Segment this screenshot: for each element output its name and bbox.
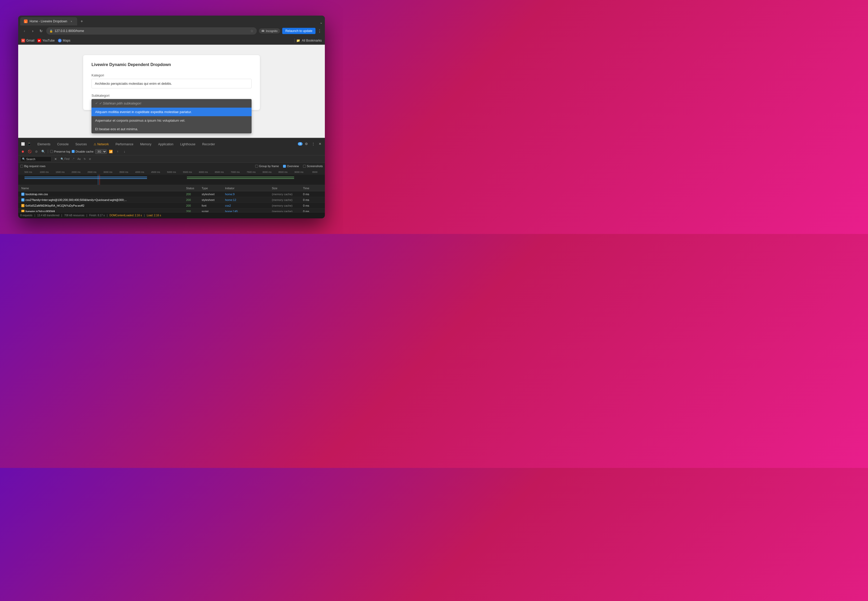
maps-label: Maps	[63, 39, 70, 43]
devtools-inspect-button[interactable]: ⬜	[20, 142, 26, 146]
table-row[interactable]: F 6xKtdSZaM9iE8KbpRA_hK1QNYuDyPw.woff2 2…	[18, 203, 325, 209]
overview-checkbox[interactable]	[283, 165, 286, 168]
dropdown-item-2[interactable]: Et beatae eos et aut minima.	[91, 125, 251, 133]
tab-console[interactable]: Console	[54, 141, 72, 148]
relaunch-button[interactable]: Relaunch to update	[282, 28, 315, 34]
group-by-frame-label[interactable]: Group by frame	[255, 165, 279, 168]
col-initiator[interactable]: Initiator	[224, 187, 271, 190]
bookmark-star-button[interactable]: ☆	[250, 29, 254, 33]
row-name: bootstrap.min.css	[26, 193, 48, 196]
find-case-button[interactable]: Aa	[77, 157, 81, 161]
col-name[interactable]: Name	[20, 187, 185, 190]
tab-application[interactable]: Application	[155, 141, 177, 148]
transferred-size: 13.4 kB transferred	[37, 214, 59, 217]
sep2: |	[61, 214, 62, 217]
throttle-select[interactable]: 3G	[95, 149, 107, 154]
find-regex-button[interactable]: .*	[72, 157, 75, 161]
tab-network[interactable]: ⚠ Network	[90, 141, 112, 148]
big-request-rows-label[interactable]: Big request rows	[20, 165, 46, 168]
tab-bar: 🔥 Home - Livewire Dropdown × + ⌄	[18, 15, 325, 26]
clear-button[interactable]: 🚫	[27, 149, 32, 154]
record-button[interactable]: ⏺	[20, 149, 26, 154]
row-initiator[interactable]: css2	[224, 204, 271, 207]
timeline-bar-green	[187, 177, 294, 177]
big-request-rows-checkbox[interactable]	[20, 165, 23, 168]
devtools-more-button[interactable]: ⋮	[310, 141, 316, 146]
bookmarks-right: 📁 All Bookmarks	[294, 38, 322, 43]
incognito-button[interactable]: 🕶 Incognito	[259, 28, 280, 34]
group-by-frame-checkbox[interactable]	[255, 165, 258, 168]
marker-500: 500 ms	[20, 171, 36, 173]
marker-5500: 5500 ms	[180, 171, 195, 173]
tab-memory[interactable]: Memory	[137, 141, 154, 148]
screenshots-checkbox[interactable]	[303, 165, 306, 168]
preserve-log-label[interactable]: Preserve log	[50, 150, 70, 153]
bookmark-gmail[interactable]: M Gmail	[21, 39, 34, 43]
tab-performance[interactable]: Performance	[112, 141, 136, 148]
dropdown-placeholder[interactable]: ✓ Silahkan pilih subkategori	[91, 99, 251, 108]
new-tab-button[interactable]: +	[78, 18, 85, 25]
all-bookmarks-label[interactable]: All Bookmarks	[302, 39, 322, 43]
find-reload-button[interactable]: ↻	[83, 157, 87, 161]
reload-button[interactable]: ↻	[38, 28, 44, 34]
search-close-button[interactable]: ✕	[53, 157, 58, 162]
row-status: 200	[185, 210, 201, 212]
disable-cache-label[interactable]: Disable cache	[72, 150, 94, 153]
row-initiator[interactable]: home:9	[224, 193, 271, 196]
col-type[interactable]: Type	[201, 187, 224, 190]
active-tab[interactable]: 🔥 Home - Livewire Dropdown ×	[20, 17, 77, 26]
dropdown-item-1[interactable]: Aspernatur et corporis possimus a ipsum …	[91, 116, 251, 125]
table-row[interactable]: C css2?family=Inter:wght@100;200;300;400…	[18, 197, 325, 203]
requests-count: 8 requests	[20, 214, 32, 217]
filter-button[interactable]: ⊘	[34, 149, 39, 154]
url-text: 127.0.0.1:8000/home	[55, 29, 249, 33]
screenshots-label[interactable]: Screenshots	[303, 165, 323, 168]
marker-3500: 3500 ms	[116, 171, 132, 173]
tab-sources[interactable]: Sources	[72, 141, 90, 148]
devtools-settings-button[interactable]: ⚙	[303, 141, 309, 146]
tab-lighthouse[interactable]: Lighthouse	[177, 141, 198, 148]
search-network-button[interactable]: 🔍	[41, 149, 46, 154]
tab-elements[interactable]: Elements	[34, 141, 53, 148]
find-clear-button[interactable]: ⊘	[88, 157, 92, 161]
col-size[interactable]: Size	[271, 187, 302, 190]
upload-button[interactable]: ↑	[115, 149, 120, 154]
dropdown-menu[interactable]: ✓ Silahkan pilih subkategori Aliquam mol…	[91, 99, 251, 133]
col-time[interactable]: Time	[302, 187, 323, 190]
col-status[interactable]: Status	[185, 187, 201, 190]
forward-button[interactable]: ›	[30, 28, 36, 34]
url-bar[interactable]: 🔒 127.0.0.1:8000/home ☆	[46, 27, 257, 35]
tab-favicon: 🔥	[24, 20, 27, 23]
tab-collapse-button[interactable]: ⌄	[320, 20, 323, 24]
gmail-favicon: M	[21, 39, 25, 43]
devtools-device-button[interactable]: 📱	[26, 142, 32, 146]
browser-menu-button[interactable]: ⋮	[318, 29, 322, 34]
row-time: 0 ms	[302, 193, 323, 196]
marker-9000: 9000 ms	[291, 171, 307, 173]
kategori-group: Kategori Architecto perspiciatis molesti…	[91, 73, 251, 88]
dropdown-selected-item[interactable]: Aliquam mollitia eveniet in cupiditate e…	[91, 108, 251, 116]
tab-close-button[interactable]: ×	[69, 19, 73, 23]
kategori-input[interactable]: Architecto perspiciatis molestias qui en…	[91, 79, 251, 88]
table-row[interactable]: C bootstrap.min.css 200 stylesheet home:…	[18, 191, 325, 197]
marker-1500: 1500 ms	[52, 171, 68, 173]
row-initiator[interactable]: home:145	[224, 210, 271, 212]
bookmark-maps[interactable]: ◎ Maps	[58, 39, 70, 43]
download-button[interactable]: ↓	[122, 149, 127, 154]
wifi-button[interactable]: 📶	[108, 149, 114, 154]
overview-label[interactable]: Overview	[283, 165, 299, 168]
marker-4000: 4000 ms	[132, 171, 148, 173]
preserve-log-checkbox[interactable]	[50, 150, 53, 153]
back-button[interactable]: ‹	[21, 28, 27, 34]
search-input-wrap[interactable]: 🔍 Search	[20, 157, 52, 162]
search-input-text[interactable]: Search	[26, 157, 47, 161]
row-initiator[interactable]: home:12	[224, 198, 271, 201]
bookmark-youtube[interactable]: ▶ YouTube	[37, 39, 55, 43]
tab-recorder[interactable]: Recorder	[199, 141, 218, 148]
disable-cache-checkbox[interactable]	[72, 150, 75, 153]
table-row[interactable]: J livewire.js?id=cc800bf4 200 script hom…	[18, 209, 325, 212]
file-icon-css: C	[21, 198, 24, 201]
find-button[interactable]: 🔍 Find	[60, 157, 70, 161]
sep5: |	[144, 214, 145, 217]
devtools-close-button[interactable]: ✕	[317, 141, 323, 146]
